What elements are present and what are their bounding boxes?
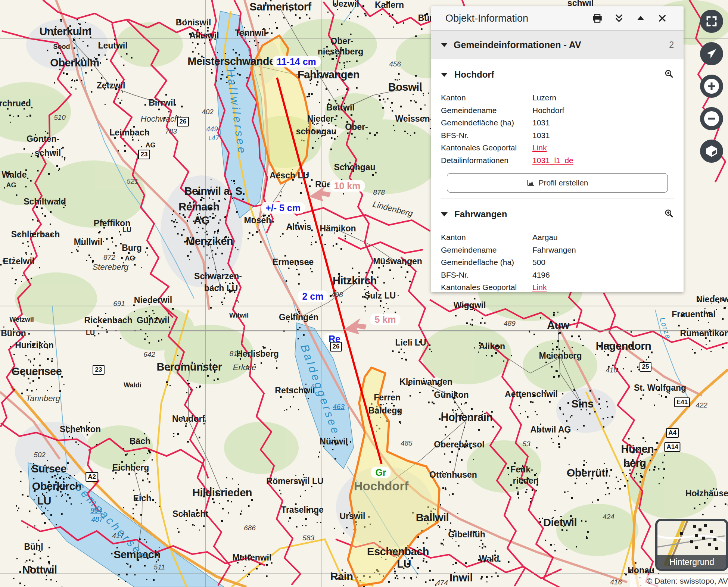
close-icon[interactable] [657, 13, 668, 24]
attribute-label: Gemeindefläche (ha) [441, 116, 532, 129]
feature-list: HochdorfKantonLuzernGemeindenameHochdorf… [431, 69, 684, 292]
print-icon[interactable] [592, 13, 603, 24]
collapse-all-icon[interactable] [613, 13, 625, 24]
section-gemeindeinformationen[interactable]: Gemeindeinformationen - AV 2 [431, 31, 684, 59]
map-application: UnterkulmOberkulmSoodLeutwilZetzwilBirrw… [0, 0, 728, 587]
attribute-row: Gemeindefläche (ha)1031 [441, 116, 674, 129]
feature-name: Fahrwangen [454, 209, 664, 219]
attribution-bar[interactable]: © Daten: swisstopo, AV [630, 575, 728, 587]
attribute-label: Gemeindefläche (ha) [441, 256, 532, 269]
attribute-value: Luzern [532, 91, 556, 104]
attribute-value: 1031 [532, 129, 550, 142]
attribute-value-link[interactable]: Link [532, 281, 547, 292]
attribute-row: Kantonales GeoportalLink [441, 141, 674, 154]
attribute-value: 4196 [532, 269, 550, 281]
background-selector-label: Hintergrund [657, 555, 726, 569]
attribute-value-link[interactable]: Link [532, 141, 547, 154]
zoom-in-button[interactable] [700, 75, 723, 98]
section-divider [441, 199, 674, 199]
feature-fahrwangen: FahrwangenKantonAargauGemeindenameFahrwa… [431, 209, 684, 292]
create-profile-label: Profil erstellen [538, 178, 588, 187]
attribute-value: Hochdorf [532, 104, 564, 117]
zoom-to-feature-icon[interactable] [664, 209, 674, 220]
panel-title: Objekt-Information [445, 13, 592, 24]
attribute-value-link[interactable]: 1031_l1_de [532, 154, 573, 167]
section-result-count: 2 [669, 40, 674, 50]
create-profile-button[interactable]: Profil erstellen [447, 173, 668, 193]
map-controls [700, 10, 723, 163]
object-information-panel: Objekt-Information [431, 6, 684, 292]
feature-collapse-arrow-icon[interactable] [441, 73, 448, 77]
attribute-label: Kanton [441, 91, 532, 104]
feature-name: Hochdorf [454, 69, 664, 80]
attribute-row: GemeindenameFahrwangen [441, 244, 674, 256]
attribute-label: Kantonales Geoportal [441, 281, 532, 292]
feature-hochdorf: HochdorfKantonLuzernGemeindenameHochdorf… [431, 69, 684, 199]
attribute-row: KantonAargau [441, 231, 674, 244]
panel-header: Objekt-Information [431, 6, 684, 31]
feature-collapse-arrow-icon[interactable] [441, 212, 448, 216]
attribute-row: GemeindenameHochdorf [441, 104, 674, 117]
attribute-label: Kanton [441, 231, 532, 244]
attribute-row: BFS-Nr.1031 [441, 129, 674, 142]
attribute-label: Gemeindename [441, 104, 532, 117]
attribute-value: Aargau [532, 231, 558, 244]
attribute-row: Gemeindefläche (ha)500 [441, 256, 674, 269]
attribute-label: Kantonales Geoportal [441, 141, 532, 154]
attribute-label: Detailinformationen [441, 154, 532, 167]
fullscreen-button[interactable] [700, 10, 723, 33]
attribute-value: 500 [532, 256, 545, 269]
3d-view-button[interactable] [700, 140, 723, 163]
attribute-label: Gemeindename [441, 244, 532, 256]
attribution-text: © Daten: swisstopo, AV [647, 577, 728, 586]
attribute-label: BFS-Nr. [441, 129, 532, 142]
attribute-row: Detailinformationen1031_l1_de [441, 154, 674, 167]
geolocate-button[interactable] [700, 42, 723, 65]
attribute-row: BFS-Nr.4196 [441, 269, 674, 281]
attribute-row: Kantonales GeoportalLink [441, 281, 674, 292]
zoom-to-feature-icon[interactable] [664, 69, 674, 80]
zoom-out-button[interactable] [700, 107, 723, 130]
attribute-label: BFS-Nr. [441, 269, 532, 281]
minimize-icon[interactable] [635, 13, 646, 24]
attribute-value: 1031 [532, 116, 550, 129]
attribute-row: KantonLuzern [441, 91, 674, 104]
section-collapse-arrow-icon[interactable] [441, 43, 448, 47]
section-title: Gemeindeinformationen - AV [454, 40, 669, 50]
background-selector[interactable]: Hintergrund [655, 519, 728, 571]
attribute-value: Fahrwangen [532, 244, 576, 256]
